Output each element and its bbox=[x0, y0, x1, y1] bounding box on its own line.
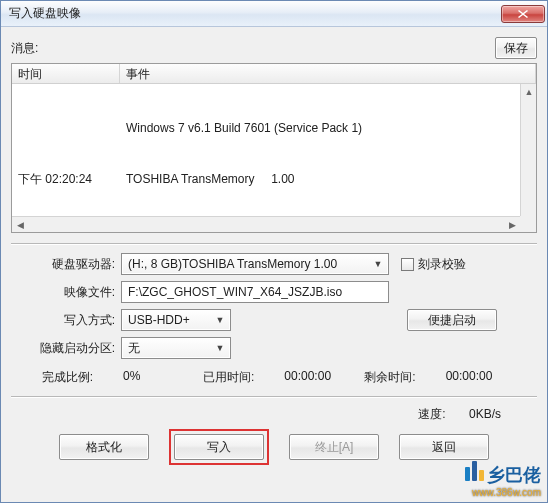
scroll-left-icon[interactable]: ◀ bbox=[12, 217, 28, 233]
watermark-text: 乡巴佬 bbox=[487, 463, 541, 487]
scroll-corner bbox=[520, 216, 536, 232]
watermark: 乡巴佬 www.386w.com bbox=[465, 461, 541, 498]
scroll-right-icon[interactable]: ▶ bbox=[504, 217, 520, 233]
col-header-time[interactable]: 时间 bbox=[12, 64, 120, 83]
format-button[interactable]: 格式化 bbox=[59, 434, 149, 460]
watermark-url: www.386w.com bbox=[472, 487, 541, 498]
list-body: Windows 7 v6.1 Build 7601 (Service Pack … bbox=[12, 84, 536, 224]
speed-label: 速度: bbox=[386, 406, 446, 423]
scroll-up-icon[interactable]: ▲ bbox=[521, 84, 537, 100]
divider bbox=[11, 243, 537, 245]
speed-row: 速度: 0KB/s bbox=[11, 406, 537, 423]
chevron-down-icon: ▼ bbox=[370, 259, 386, 269]
save-button[interactable]: 保存 bbox=[495, 37, 537, 59]
divider bbox=[11, 396, 537, 398]
quick-boot-button[interactable]: 便捷启动 bbox=[407, 309, 497, 331]
hidden-partition-select[interactable]: 无 ▼ bbox=[121, 337, 231, 359]
image-label: 映像文件: bbox=[11, 284, 121, 301]
write-mode-label: 写入方式: bbox=[11, 312, 121, 329]
horizontal-scrollbar[interactable]: ◀ ▶ bbox=[12, 216, 520, 232]
col-header-event[interactable]: 事件 bbox=[120, 64, 536, 83]
speed-value: 0KB/s bbox=[469, 407, 529, 421]
write-mode-select[interactable]: USB-HDD+ ▼ bbox=[121, 309, 231, 331]
list-row: 下午 02:20:24TOSHIBA TransMemory 1.00 bbox=[18, 171, 530, 188]
remain-value: 00:00:00 bbox=[446, 369, 526, 386]
message-label: 消息: bbox=[11, 40, 38, 57]
list-row: Windows 7 v6.1 Build 7601 (Service Pack … bbox=[18, 120, 530, 137]
content-area: 消息: 保存 时间 事件 Windows 7 v6.1 Build 7601 (… bbox=[1, 27, 547, 502]
titlebar: 写入硬盘映像 bbox=[1, 1, 547, 27]
drive-label: 硬盘驱动器: bbox=[11, 256, 121, 273]
dialog-window: 写入硬盘映像 消息: 保存 时间 事件 Windows 7 v6.1 Build… bbox=[0, 0, 548, 503]
write-highlight: 写入 bbox=[169, 429, 269, 465]
burn-verify-checkbox[interactable] bbox=[401, 258, 414, 271]
chevron-down-icon: ▼ bbox=[212, 343, 228, 353]
vertical-scrollbar[interactable]: ▲ bbox=[520, 84, 536, 216]
percent-label: 完成比例: bbox=[11, 369, 93, 386]
abort-button[interactable]: 终止[A] bbox=[289, 434, 379, 460]
elapsed-value: 00:00:00 bbox=[284, 369, 364, 386]
stats-row: 完成比例: 0% 已用时间: 00:00:00 剩余时间: 00:00:00 bbox=[11, 369, 537, 386]
hidden-partition-label: 隐藏启动分区: bbox=[11, 340, 121, 357]
remain-label: 剩余时间: bbox=[364, 369, 415, 386]
elapsed-label: 已用时间: bbox=[203, 369, 254, 386]
drive-select[interactable]: (H:, 8 GB)TOSHIBA TransMemory 1.00 ▼ bbox=[121, 253, 389, 275]
watermark-logo-icon bbox=[465, 461, 484, 481]
image-file-field[interactable]: F:\ZGC_GHOST_WIN7_X64_JSZJB.iso bbox=[121, 281, 389, 303]
close-button[interactable] bbox=[501, 5, 545, 23]
list-header: 时间 事件 bbox=[12, 64, 536, 84]
burn-verify-label: 刻录校验 bbox=[418, 256, 466, 273]
back-button[interactable]: 返回 bbox=[399, 434, 489, 460]
write-button[interactable]: 写入 bbox=[174, 434, 264, 460]
button-row: 格式化 写入 终止[A] 返回 bbox=[11, 429, 537, 465]
percent-value: 0% bbox=[123, 369, 203, 386]
chevron-down-icon: ▼ bbox=[212, 315, 228, 325]
event-list: 时间 事件 Windows 7 v6.1 Build 7601 (Service… bbox=[11, 63, 537, 233]
window-title: 写入硬盘映像 bbox=[9, 5, 81, 22]
close-icon bbox=[518, 10, 528, 18]
